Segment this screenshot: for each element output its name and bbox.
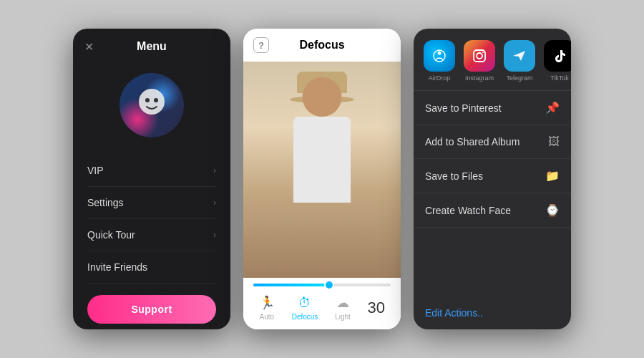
- share-app-instagram[interactable]: Instagram: [464, 40, 495, 82]
- svg-point-4: [438, 52, 441, 55]
- tab-defocus[interactable]: ⏱ Defocus: [292, 296, 318, 321]
- defocus-header: ? Defocus: [243, 29, 401, 62]
- defocus-tabs: 🏃 Auto ⏱ Defocus ☁ Light 30: [243, 289, 401, 329]
- action-save-files[interactable]: Save to Files 📁: [414, 159, 571, 193]
- defocus-value: 30: [368, 299, 385, 317]
- tab-auto-label: Auto: [260, 313, 275, 321]
- share-app-tiktok[interactable]: TikTok: [544, 40, 571, 82]
- shared-album-icon: 🖼: [548, 135, 560, 148]
- defocus-slider-fill: [253, 284, 329, 286]
- telegram-icon: [504, 40, 535, 72]
- menu-item-quick-tour-label: Quick Tour: [87, 229, 135, 241]
- share-app-airdrop[interactable]: AirDrop: [424, 40, 455, 82]
- share-panel: AirDrop Instagram Telegram TikTok: [414, 29, 571, 329]
- help-icon[interactable]: ?: [253, 37, 269, 53]
- menu-header: ✕ Menu: [73, 29, 230, 59]
- defocus-slider-track[interactable]: [253, 284, 391, 286]
- create-watch-face-label: Create Watch Face: [425, 205, 511, 216]
- light-icon: ☁: [336, 295, 349, 311]
- airdrop-icon: [424, 40, 455, 72]
- menu-item-quick-tour-arrow: ›: [213, 230, 216, 240]
- avatar: [119, 73, 184, 137]
- airdrop-label: AirDrop: [429, 74, 451, 82]
- avatar-section: [73, 59, 230, 155]
- instagram-label: Instagram: [465, 74, 494, 82]
- menu-footer: Support: [73, 284, 230, 329]
- files-icon: 📁: [545, 169, 560, 183]
- svg-point-0: [139, 89, 165, 115]
- menu-title: Menu: [137, 40, 167, 53]
- action-add-shared-album[interactable]: Add to Shared Album 🖼: [414, 125, 571, 159]
- menu-item-invite-label: Invite Friends: [87, 261, 147, 273]
- save-files-label: Save to Files: [425, 170, 483, 182]
- defocus-image: [243, 62, 401, 278]
- defocus-slider-thumb[interactable]: [324, 280, 334, 290]
- menu-panel: ✕ Menu VIP › Settings ›: [73, 29, 230, 329]
- pinterest-icon: 📌: [545, 101, 560, 115]
- menu-item-settings-label: Settings: [87, 197, 124, 208]
- screenshots-container: ✕ Menu VIP › Settings ›: [59, 14, 585, 344]
- menu-item-settings-arrow: ›: [213, 198, 216, 208]
- close-icon[interactable]: ✕: [84, 40, 94, 54]
- person-body: [293, 117, 351, 203]
- menu-items-list: VIP › Settings › Quick Tour › Invite Fri…: [73, 155, 230, 284]
- edit-actions-section: Edit Actions..: [414, 296, 571, 329]
- share-app-telegram[interactable]: Telegram: [504, 40, 535, 82]
- action-save-pinterest[interactable]: Save to Pinterest 📌: [414, 91, 571, 125]
- watch-icon: ⌚: [545, 203, 560, 217]
- menu-item-vip-arrow: ›: [213, 165, 216, 175]
- avatar-face-svg: [132, 86, 172, 125]
- tab-light-label: Light: [335, 313, 351, 321]
- edit-actions-label[interactable]: Edit Actions..: [425, 307, 483, 319]
- auto-icon: 🏃: [259, 295, 275, 311]
- save-pinterest-label: Save to Pinterest: [425, 102, 502, 114]
- share-apps-row: AirDrop Instagram Telegram TikTok: [414, 29, 571, 91]
- menu-item-settings[interactable]: Settings ›: [87, 187, 216, 219]
- tab-defocus-label: Defocus: [292, 313, 318, 321]
- tab-light[interactable]: ☁ Light: [335, 295, 351, 321]
- svg-point-6: [477, 53, 482, 59]
- action-create-watch-face[interactable]: Create Watch Face ⌚: [414, 193, 571, 228]
- menu-item-invite[interactable]: Invite Friends: [87, 251, 216, 284]
- person-head: [303, 77, 342, 117]
- defocus-slider-area: [243, 278, 401, 289]
- defocus-icon: ⏱: [298, 296, 311, 311]
- tab-auto[interactable]: 🏃 Auto: [259, 295, 275, 321]
- menu-item-quick-tour[interactable]: Quick Tour ›: [87, 219, 216, 251]
- svg-point-1: [145, 98, 150, 102]
- add-shared-album-label: Add to Shared Album: [425, 136, 519, 147]
- defocus-panel: ? Defocus 🏃 Auto: [243, 29, 401, 329]
- instagram-icon: [464, 40, 495, 72]
- tiktok-label: TikTok: [550, 74, 569, 82]
- share-actions-list: Save to Pinterest 📌 Add to Shared Album …: [414, 91, 571, 296]
- menu-item-vip[interactable]: VIP ›: [87, 155, 216, 187]
- defocus-title: Defocus: [299, 39, 344, 52]
- tiktok-icon: [544, 40, 571, 72]
- svg-point-7: [482, 52, 484, 53]
- telegram-label: Telegram: [506, 74, 532, 82]
- svg-point-2: [154, 98, 158, 102]
- support-button[interactable]: Support: [87, 295, 216, 324]
- menu-item-vip-label: VIP: [87, 165, 104, 176]
